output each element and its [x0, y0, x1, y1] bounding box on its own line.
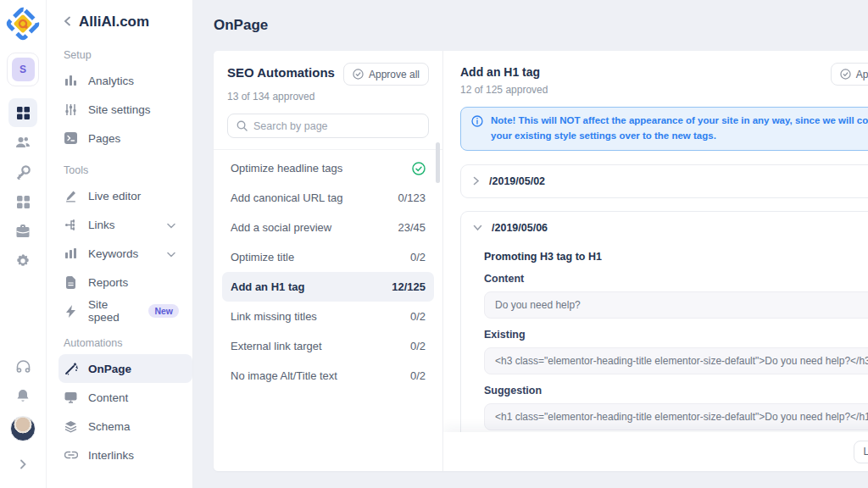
page-path: /2019/05/02: [489, 175, 545, 187]
user-avatar[interactable]: [10, 416, 36, 441]
divider: [214, 149, 442, 150]
document-icon: [64, 276, 78, 289]
automation-label: External link target: [231, 340, 322, 352]
search-icon: [236, 120, 248, 131]
search-input[interactable]: [253, 120, 420, 132]
sliders-icon: [64, 103, 78, 116]
sidebar-item-onpage[interactable]: OnPage: [58, 354, 192, 383]
approve-all-button[interactable]: Approve all: [343, 63, 429, 86]
section-label-setup: Setup: [64, 49, 184, 61]
sidebar-item-site-settings[interactable]: Site settings: [58, 95, 184, 124]
branch-icon: [64, 219, 78, 231]
app-root: S: [0, 0, 868, 488]
layers-icon: [64, 420, 78, 433]
dashboard-grid-icon[interactable]: [8, 98, 37, 127]
sidebar-item-pages[interactable]: Pages: [58, 124, 184, 152]
automation-row-external-link-target[interactable]: External link target 0/2: [222, 331, 434, 361]
automation-count: 0/2: [410, 310, 426, 323]
content-field[interactable]: Do you need help?: [484, 291, 868, 319]
page-card: /2019/05/02: [460, 164, 868, 198]
users-icon[interactable]: [8, 128, 37, 157]
sidebar-item-content[interactable]: Content: [58, 383, 184, 412]
bar-chart-icon: [64, 75, 78, 86]
gear-icon[interactable]: [8, 247, 37, 275]
bar-chart-icon: [64, 247, 78, 259]
approved-check-icon: [412, 162, 426, 175]
change-title: Promoting H3 tag to H1: [484, 251, 868, 263]
alli-ai-logo-icon[interactable]: [6, 7, 40, 41]
page-title: OnPage: [214, 0, 868, 51]
chevron-left-icon: [64, 14, 71, 30]
chevron-right-icon[interactable]: [473, 176, 480, 186]
automation-row-no-image-alt-title-text[interactable]: No image Alt/Title text 0/2: [222, 361, 434, 391]
automation-label: Link missing titles: [231, 310, 317, 323]
magic-wand-icon: [64, 363, 78, 375]
monitor-icon: [64, 391, 78, 403]
site-name: AlliAI.com: [79, 14, 149, 30]
page-card-body: Promoting H3 tag to H1 Content Do you ne…: [461, 244, 868, 444]
sidebar-item-label: Pages: [88, 132, 120, 145]
note-text: Note! This will NOT affect the appearanc…: [491, 114, 868, 144]
sidebar-item-reports[interactable]: Reports: [58, 268, 184, 297]
collapse-chevron-right-icon[interactable]: [8, 450, 37, 479]
key-icon[interactable]: [8, 158, 37, 186]
site-switcher-tile[interactable]: S: [7, 53, 39, 86]
info-circle-icon: [471, 115, 483, 127]
page-cards: /2019/05/02 /2019/05/06 Promoting H3 tag: [460, 164, 868, 471]
automation-label: Optimize headline tags: [231, 162, 342, 175]
automation-detail-panel: Add an H1 tag 12 of 125 approved Approve…: [443, 51, 868, 471]
section-label-tools: Tools: [64, 164, 184, 176]
pencil-icon: [64, 190, 78, 202]
chevron-down-icon[interactable]: [473, 225, 482, 231]
sidebar-item-keywords[interactable]: Keywords: [58, 239, 184, 268]
page-row-2019-05-02[interactable]: /2019/05/02: [461, 165, 868, 197]
automation-count: 0/123: [398, 191, 426, 204]
site-back-header[interactable]: AlliAI.com: [64, 14, 184, 30]
sidebar-item-live-editor[interactable]: Live editor: [58, 181, 184, 210]
chevron-down-icon[interactable]: [167, 247, 179, 260]
search-box[interactable]: [227, 114, 429, 138]
sidebar: AlliAI.com Setup Analytics Site settings…: [47, 0, 193, 488]
suggestion-code-field[interactable]: <h1 class="elementor-heading-title eleme…: [484, 403, 868, 430]
approve-all-label: Approve all: [369, 69, 420, 80]
automation-count: 0/2: [410, 340, 426, 352]
site-initial: S: [12, 58, 35, 81]
automation-row-add-a-social-preview[interactable]: Add a social preview 23/45: [222, 213, 434, 242]
page-row-2019-05-06[interactable]: /2019/05/06: [461, 212, 868, 244]
automation-row-add-an-h1-tag[interactable]: Add an H1 tag 12/125: [222, 272, 434, 302]
automation-label: No image Alt/Title text: [231, 369, 337, 382]
terminal-icon: [64, 132, 78, 144]
scrollbar-thumb[interactable]: [436, 142, 440, 183]
detail-approved-summary: 12 of 125 approved: [460, 84, 548, 96]
automation-row-optimize-title[interactable]: Optimize title 0/2: [222, 242, 434, 272]
detail-panel-title: Add an H1 tag: [460, 63, 548, 79]
automation-row-optimize-headline-tags[interactable]: Optimize headline tags: [222, 153, 434, 183]
link-icon: [64, 451, 78, 459]
sidebar-item-site-speed[interactable]: Site speed New: [58, 297, 184, 325]
chevron-down-icon[interactable]: [167, 219, 179, 231]
section-label-automations: Automations: [64, 337, 184, 349]
sidebar-item-analytics[interactable]: Analytics: [58, 66, 184, 95]
sidebar-item-label: Schema: [88, 420, 131, 433]
automation-row-link-missing-titles[interactable]: Link missing titles 0/2: [222, 302, 434, 331]
page-card-expanded: /2019/05/06 Promoting H3 tag to H1 Conte…: [460, 211, 868, 445]
bell-notifications-icon[interactable]: [8, 381, 37, 410]
sidebar-item-links[interactable]: Links: [58, 210, 184, 239]
headphones-support-icon[interactable]: [8, 352, 37, 380]
page-path: /2019/05/06: [492, 222, 548, 234]
sidebar-item-interlinks[interactable]: Interlinks: [58, 441, 184, 469]
automation-count: 12/125: [392, 280, 426, 293]
automation-row-add-canonical-url-tag[interactable]: Add canonical URL tag 0/123: [222, 183, 434, 213]
load-more-label: Load more: [863, 446, 868, 458]
apps-grid-icon[interactable]: [8, 187, 37, 216]
detail-approve-all-button[interactable]: Approve all: [831, 63, 868, 86]
sidebar-item-schema[interactable]: Schema: [58, 412, 184, 441]
info-note: Note! This will NOT affect the appearanc…: [460, 107, 868, 151]
automation-label: Add an H1 tag: [231, 280, 304, 293]
briefcase-icon[interactable]: [8, 217, 37, 246]
approved-summary: 13 of 134 approved: [227, 91, 429, 103]
sidebar-item-label: Site speed: [88, 298, 138, 324]
check-circle-icon: [353, 69, 364, 80]
sidebar-item-label: Site settings: [88, 103, 151, 116]
load-more-button[interactable]: Load more: [854, 441, 868, 463]
